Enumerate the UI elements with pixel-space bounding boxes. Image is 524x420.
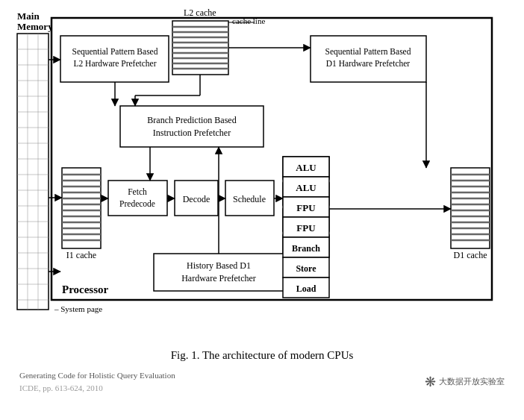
svg-text:ALU: ALU — [296, 163, 316, 174]
svg-text:D1 cache: D1 cache — [454, 250, 487, 260]
svg-text:Predecode: Predecode — [119, 199, 155, 208]
svg-text:ALU: ALU — [296, 162, 316, 173]
svg-text:Hardware Prefetcher: Hardware Prefetcher — [181, 273, 256, 283]
svg-text:Schedule: Schedule — [233, 194, 266, 204]
svg-text:History Based D1: History Based D1 — [187, 260, 251, 271]
footer-right-text: 大数据开放实验室 — [439, 376, 505, 387]
svg-rect-122 — [283, 257, 329, 278]
svg-rect-24 — [52, 18, 492, 300]
svg-text:Fetch: Fetch — [128, 187, 147, 196]
svg-rect-39 — [60, 36, 169, 82]
svg-rect-4 — [17, 34, 49, 310]
svg-text:D1 Hardware Prefetcher: D1 Hardware Prefetcher — [326, 59, 411, 68]
svg-text:L2 cache: L2 cache — [184, 7, 216, 18]
svg-rect-112 — [283, 157, 329, 177]
svg-rect-42 — [311, 36, 426, 82]
svg-rect-118 — [283, 217, 329, 237]
svg-text:FPU: FPU — [296, 241, 316, 252]
svg-text:ALU: ALU — [296, 189, 316, 200]
main-container: MainMemory — [0, 0, 524, 420]
svg-rect-45 — [120, 106, 263, 147]
svg-text:Sequential Pattern Based: Sequential Pattern Based — [72, 47, 158, 57]
svg-text:ALU: ALU — [296, 182, 316, 193]
svg-rect-27 — [172, 21, 228, 75]
svg-text:L2 Hardware Prefetcher: L2 Hardware Prefetcher — [73, 59, 156, 68]
footer-line2: ICDE, pp. 613-624, 2010 — [19, 382, 175, 395]
svg-rect-65 — [175, 181, 218, 216]
footer-left: Generating Code for Holistic Query Evalu… — [19, 369, 175, 394]
svg-text:Sequential Pattern Based: Sequential Pattern Based — [325, 47, 411, 57]
svg-rect-67 — [225, 181, 274, 216]
svg-rect-48 — [62, 168, 101, 248]
svg-rect-124 — [283, 278, 329, 298]
svg-text:Store: Store — [296, 263, 316, 274]
svg-text:FPU: FPU — [296, 202, 316, 213]
svg-rect-69 — [283, 157, 329, 179]
logo-icon: ❋ — [425, 374, 436, 390]
svg-text:FPU: FPU — [296, 222, 316, 233]
svg-text:Branch: Branch — [292, 243, 320, 254]
caption: Fig. 1. The architecture of modern CPUs — [171, 349, 354, 362]
svg-rect-71 — [283, 183, 329, 205]
svg-rect-62 — [108, 181, 167, 216]
svg-rect-73 — [283, 209, 329, 231]
svg-text:Decode: Decode — [183, 194, 210, 204]
exec-units-svg: ALUALUFPUFPUBranchStoreLoad — [16, 7, 508, 328]
svg-rect-120 — [283, 237, 329, 257]
svg-text:Main: Main — [17, 10, 40, 22]
svg-rect-116 — [283, 197, 329, 217]
svg-text:Load: Load — [296, 283, 316, 294]
svg-rect-1 — [16, 7, 508, 328]
svg-text:FPU: FPU — [296, 215, 316, 226]
svg-text:I1 cache: I1 cache — [66, 250, 96, 260]
svg-text:Instruction Prefetcher: Instruction Prefetcher — [153, 128, 231, 138]
svg-text:cache line: cache line — [232, 16, 265, 25]
svg-rect-114 — [283, 177, 329, 197]
svg-text:– System page: – System page — [54, 304, 102, 313]
footer-line1: Generating Code for Holistic Query Evalu… — [19, 369, 175, 382]
diagram-svg: Main Memory Processor L2 cache cache lin… — [16, 7, 508, 328]
svg-rect-78 — [451, 168, 490, 248]
svg-rect-92 — [154, 254, 284, 291]
svg-text:Memory: Memory — [17, 21, 53, 32]
svg-text:Processor: Processor — [62, 283, 109, 295]
diagram-area: MainMemory — [16, 7, 508, 328]
svg-text:Branch Prediction Based: Branch Prediction Based — [147, 115, 236, 125]
footer-right: ❋ 大数据开放实验室 — [425, 374, 505, 390]
footer: Generating Code for Holistic Query Evalu… — [16, 369, 508, 394]
svg-rect-75 — [283, 235, 329, 257]
